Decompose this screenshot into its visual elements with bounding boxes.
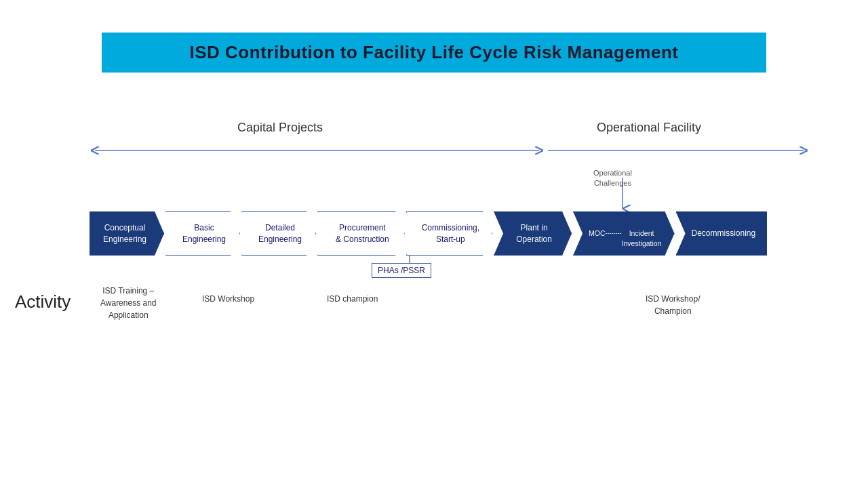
activity-workshop1: ISD Workshop xyxy=(202,293,254,305)
process-flow: ConceptualEngineering BasicEngineering D… xyxy=(90,211,767,256)
phas-label: PHAs /PSSR xyxy=(372,263,431,278)
activity-section-label: Activity xyxy=(15,291,71,312)
capital-projects-label: Capital Projects xyxy=(237,121,323,135)
activity-workshop2: ISD Workshop/Champion xyxy=(646,293,700,317)
title-bar: ISD Contribution to Facility Life Cycle … xyxy=(102,33,766,73)
step-moc: MOC--------IncidentInvestigation xyxy=(573,211,674,256)
step-decommissioning: Decommissioning xyxy=(676,211,768,256)
step-detailed: DetailedEngineering xyxy=(241,211,316,256)
step-commissioning: Commissioning,Start-up xyxy=(406,211,492,256)
activity-champion: ISD champion xyxy=(327,293,378,305)
main-title: ISD Contribution to Facility Life Cycle … xyxy=(115,42,753,63)
step-procurement: Procurement& Construction xyxy=(317,211,405,256)
step-conceptual: ConceptualEngineering xyxy=(90,211,164,256)
step-plant-operation: Plant inOperation xyxy=(494,211,572,256)
activity-training: ISD Training –Awareness andApplication xyxy=(100,285,157,321)
step-basic: BasicEngineering xyxy=(165,211,240,256)
operational-facility-label: Operational Facility xyxy=(597,121,701,135)
op-challenges-label: Operational Challenges xyxy=(593,168,632,189)
